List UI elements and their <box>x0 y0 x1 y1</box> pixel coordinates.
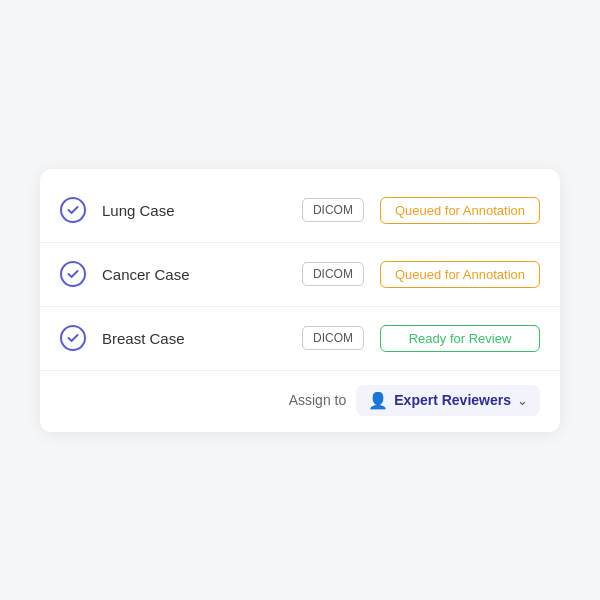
table-row: Cancer CaseDICOMQueued for Annotation <box>40 243 560 307</box>
assign-label: Assign to <box>289 392 347 408</box>
case-name: Cancer Case <box>102 266 286 283</box>
status-badge: Queued for Annotation <box>380 261 540 288</box>
dicom-badge: DICOM <box>302 326 364 350</box>
case-name: Lung Case <box>102 202 286 219</box>
assign-group-selector[interactable]: 👤 Expert Reviewers ⌄ <box>356 385 540 416</box>
checkbox-icon[interactable] <box>60 261 86 287</box>
chevron-down-icon: ⌄ <box>517 393 528 408</box>
dicom-badge: DICOM <box>302 262 364 286</box>
status-badge: Queued for Annotation <box>380 197 540 224</box>
cases-panel: Lung CaseDICOMQueued for Annotation Canc… <box>40 169 560 432</box>
assign-group-name: Expert Reviewers <box>394 392 511 408</box>
table-row: Lung CaseDICOMQueued for Annotation <box>40 179 560 243</box>
status-badge: Ready for Review <box>380 325 540 352</box>
checkbox-icon[interactable] <box>60 325 86 351</box>
table-row: Breast CaseDICOMReady for Review <box>40 307 560 370</box>
case-name: Breast Case <box>102 330 286 347</box>
checkbox-icon[interactable] <box>60 197 86 223</box>
person-icon: 👤 <box>368 391 388 410</box>
assign-bar: Assign to 👤 Expert Reviewers ⌄ <box>40 370 560 432</box>
dicom-badge: DICOM <box>302 198 364 222</box>
